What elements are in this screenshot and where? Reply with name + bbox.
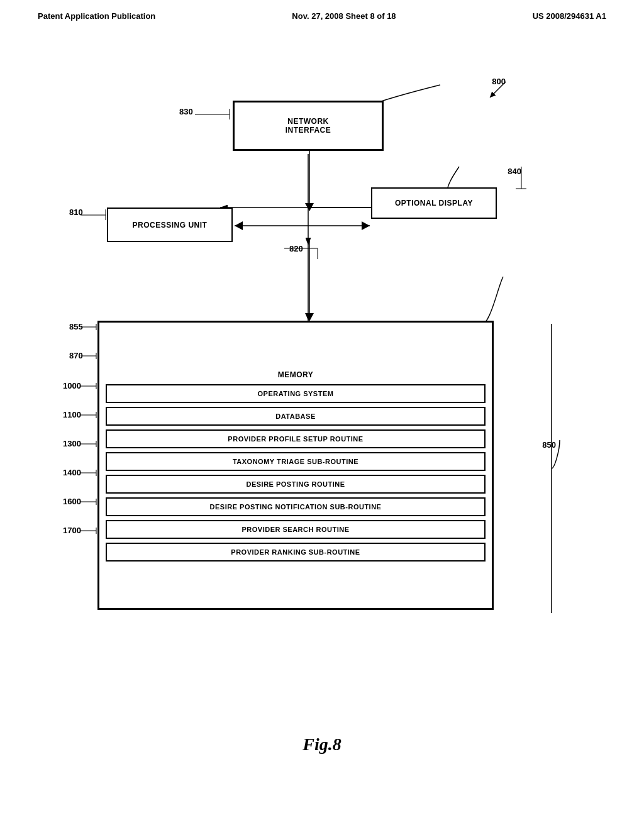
optional-display-box: OPTIONAL DISPLAY xyxy=(371,187,497,219)
processing-unit-box: PROCESSING UNIT xyxy=(107,208,233,242)
header-middle: Nov. 27, 2008 Sheet 8 of 18 xyxy=(292,11,396,21)
svg-marker-21 xyxy=(362,221,370,230)
page-header: Patent Application Publication Nov. 27, … xyxy=(0,0,644,21)
desire-posting-box: DESIRE POSTING ROUTINE xyxy=(106,475,486,494)
provider-profile-box: PROVIDER PROFILE SETUP ROUTINE xyxy=(106,429,486,448)
svg-line-9 xyxy=(490,82,506,97)
processing-unit-label: PROCESSING UNIT xyxy=(133,221,208,230)
svg-marker-20 xyxy=(235,221,243,230)
header-left: Patent Application Publication xyxy=(38,11,155,21)
ref-1100: 1100 xyxy=(63,410,81,419)
network-interface-box: NETWORKINTERFACE xyxy=(233,101,384,151)
ref-1700: 1700 xyxy=(63,526,81,535)
provider-search-box: PROVIDER SEARCH ROUTINE xyxy=(106,520,486,539)
ref-1400: 1400 xyxy=(63,468,81,477)
arrow-ni-to-pu xyxy=(303,150,316,213)
provider-ranking-box: PROVIDER RANKING SUB-ROUTINE xyxy=(106,543,486,562)
memory-label: MEMORY xyxy=(99,365,492,384)
header-right: US 2008/294631 A1 xyxy=(533,11,606,21)
database-box: DATABASE xyxy=(106,407,486,426)
svg-marker-18 xyxy=(305,203,314,211)
arrow-pu-display xyxy=(231,219,373,232)
ref-1600: 1600 xyxy=(63,497,81,506)
ref-1000: 1000 xyxy=(63,381,81,390)
figure-label: Fig.8 xyxy=(303,734,341,755)
desire-posting-notif-box: DESIRE POSTING NOTIFICATION SUB-ROUTINE xyxy=(106,497,486,516)
ref-830: 830 xyxy=(179,107,193,116)
network-interface-label: NETWORKINTERFACE xyxy=(286,117,331,135)
memory-outer-box: MEMORY OPERATING SYSTEM DATABASE PROVIDE… xyxy=(97,321,494,610)
arrow-pu-to-memory xyxy=(303,241,316,323)
os-box: OPERATING SYSTEM xyxy=(106,384,486,403)
diagram-area: 800 NETWORKINTERFACE 830 OPTIONAL DISPLA… xyxy=(0,38,644,780)
ref-850-bracket xyxy=(542,324,561,613)
optional-display-label: OPTIONAL DISPLAY xyxy=(395,199,473,208)
taxonomy-triage-box: TAXONOMY TRIAGE SUB-ROUTINE xyxy=(106,452,486,471)
ref-800-arrow xyxy=(487,79,512,104)
ref-1300: 1300 xyxy=(63,439,81,448)
